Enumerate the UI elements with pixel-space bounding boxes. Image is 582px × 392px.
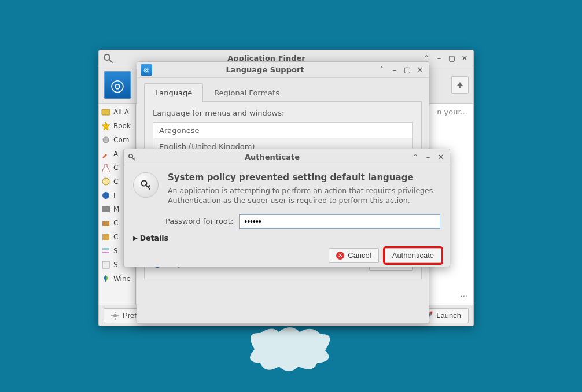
sidebar-item-label: A <box>113 150 118 158</box>
langsupport-title: Language Support <box>156 65 374 74</box>
sidebar-item-label: C <box>113 164 118 172</box>
svg-rect-11 <box>102 252 109 253</box>
auth-description: An application is attempting to perform … <box>168 186 440 206</box>
authenticate-button[interactable]: Authenticate <box>385 248 441 263</box>
password-label: Password for root: <box>165 217 233 225</box>
list-item[interactable]: Aragonese <box>153 123 412 139</box>
tab-regional-formats[interactable]: Regional Formats <box>203 83 290 102</box>
sidebar-item-label: S <box>113 261 118 269</box>
dialog-authenticate: Authenticate ˄ – ✕ System policy prevent… <box>123 149 450 267</box>
keyring-icon <box>133 172 159 198</box>
sidebar-item-label: M <box>113 205 119 213</box>
launch-label: Launch <box>436 311 461 320</box>
star-icon <box>101 108 110 117</box>
svg-point-6 <box>102 192 109 199</box>
close-icon[interactable]: ✕ <box>436 152 446 162</box>
svg-point-5 <box>102 178 109 185</box>
auth-title: Authenticate <box>137 153 408 161</box>
triangle-right-icon: ▶ <box>133 235 138 241</box>
svg-rect-8 <box>102 221 109 226</box>
sidebar-item-label: Com <box>113 136 129 144</box>
svg-line-1 <box>109 60 112 62</box>
auth-heading: System policy prevented setting default … <box>168 172 440 183</box>
briefcase-icon <box>101 219 110 228</box>
gear-icon <box>101 135 110 145</box>
langsupport-tabs: Language Regional Formats <box>144 83 422 102</box>
bookmark-icon <box>101 121 110 131</box>
minimize-icon[interactable]: – <box>434 53 444 64</box>
box-icon <box>101 232 110 242</box>
minimize-icon[interactable]: – <box>389 65 400 75</box>
chevron-up-icon[interactable]: ˄ <box>377 65 387 75</box>
sidebar-item-bookmarks[interactable]: Book <box>99 119 135 133</box>
auth-titlebar[interactable]: Authenticate ˄ – ✕ <box>124 149 450 165</box>
system-icon <box>101 260 110 269</box>
authenticate-label: Authenticate <box>392 251 434 260</box>
sidebar-item-wine[interactable]: Wine <box>99 272 135 286</box>
chevron-up-icon[interactable]: ˄ <box>410 152 421 162</box>
up-button[interactable] <box>451 76 469 94</box>
search-icon <box>102 53 114 64</box>
sidebar-item-label: Wine <box>113 275 131 283</box>
sidebar-item-label: C <box>113 233 118 241</box>
media-icon <box>101 205 110 214</box>
gear-icon <box>111 312 119 320</box>
details-toggle[interactable]: ▶ Details <box>133 234 168 242</box>
close-icon[interactable]: ✕ <box>459 53 470 64</box>
sidebar-item-label: All A <box>113 108 129 116</box>
langsupport-section-label: Language for menus and windows: <box>153 109 413 117</box>
arrow-up-icon <box>456 81 464 89</box>
svg-rect-10 <box>102 248 109 250</box>
svg-rect-2 <box>102 109 110 115</box>
svg-line-22 <box>134 158 135 159</box>
maximize-icon[interactable]: ▢ <box>402 65 412 75</box>
cancel-button[interactable]: ✕ Cancel <box>329 248 378 263</box>
sidebar-item-label: C <box>113 219 118 227</box>
maximize-icon[interactable]: ▢ <box>447 53 457 64</box>
svg-rect-7 <box>102 206 110 212</box>
cancel-label: Cancel <box>348 251 371 260</box>
appfinder-logo-icon: ◎ <box>104 71 131 99</box>
tab-language[interactable]: Language <box>144 83 203 102</box>
globe-icon <box>101 191 110 200</box>
close-icon[interactable]: ✕ <box>415 65 425 75</box>
cancel-icon: ✕ <box>336 252 344 260</box>
sidebar-item-label: Book <box>113 122 131 130</box>
svg-rect-12 <box>102 261 109 268</box>
langsupport-titlebar[interactable]: ◎ Language Support ˄ – ▢ ✕ <box>137 62 429 78</box>
palette-icon <box>101 177 110 186</box>
svg-point-4 <box>103 137 109 143</box>
wine-icon <box>101 274 110 283</box>
minimize-icon[interactable]: – <box>423 152 433 162</box>
svg-point-15 <box>113 314 117 317</box>
sliders-icon <box>101 246 110 256</box>
key-icon <box>127 153 137 161</box>
sidebar-item-commands[interactable]: Com <box>99 133 135 147</box>
flask-icon <box>101 163 110 172</box>
password-input[interactable] <box>239 214 440 229</box>
sidebar-item-label: C <box>113 177 118 186</box>
tools-icon <box>101 149 110 158</box>
desktop-mascot <box>243 326 338 372</box>
sidebar-item-label: S <box>113 247 118 255</box>
language-support-icon: ◎ <box>141 64 152 76</box>
details-label: Details <box>140 234 168 242</box>
svg-rect-9 <box>102 234 109 240</box>
svg-marker-14 <box>104 275 106 282</box>
svg-marker-3 <box>102 122 110 130</box>
sidebar-item-label: I <box>113 191 116 199</box>
sidebar-item-all[interactable]: All A <box>99 105 135 119</box>
